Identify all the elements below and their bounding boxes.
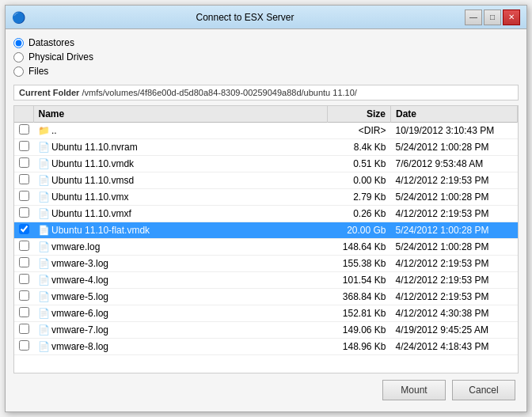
row-checkbox[interactable] (19, 241, 29, 251)
radio-files-input[interactable] (13, 66, 24, 77)
row-checkbox[interactable] (19, 174, 29, 184)
row-size: 8.4k Kb (328, 139, 391, 156)
row-checkbox[interactable] (19, 141, 29, 151)
row-name: vmware-4.log (33, 272, 328, 289)
row-checkbox[interactable] (19, 274, 29, 284)
table-row[interactable]: Ubuntu 11.10.vmsd0.00 Kb4/12/2012 2:19:5… (14, 172, 518, 189)
row-size: 0.51 Kb (328, 156, 391, 172)
minimize-button[interactable]: — (465, 9, 482, 25)
row-date: 4/12/2012 2:19:53 PM (391, 272, 518, 289)
file-icon (38, 208, 49, 219)
radio-physical-input[interactable] (13, 52, 24, 63)
cancel-button[interactable]: Cancel (452, 380, 515, 400)
row-date: 4/24/2012 4:18:43 PM (391, 339, 518, 355)
radio-files[interactable]: Files (13, 66, 519, 77)
table-row[interactable]: vmware-3.log155.38 Kb4/12/2012 2:19:53 P… (14, 256, 518, 272)
row-date: 5/24/2012 1:00:28 PM (391, 139, 518, 156)
row-checkbox[interactable] (19, 307, 29, 317)
table-row[interactable]: vmware-6.log152.81 Kb4/12/2012 4:30:38 P… (14, 305, 518, 322)
radio-datastores-input[interactable] (13, 38, 24, 48)
file-icon (38, 291, 49, 302)
file-icon (38, 241, 49, 252)
row-checkbox-cell (14, 256, 33, 272)
bottom-bar: Mount Cancel (13, 373, 519, 404)
row-checkbox-cell (14, 322, 33, 339)
row-size: 2.79 Kb (328, 189, 391, 206)
file-icon (38, 341, 49, 352)
row-name: Ubuntu 11.10.vmxf (33, 206, 328, 222)
col-header-checkbox (14, 106, 33, 123)
table-row[interactable]: Ubuntu 11.10.nvram8.4k Kb5/24/2012 1:00:… (14, 139, 518, 156)
row-date: 5/24/2012 1:00:28 PM (391, 189, 518, 206)
row-size: 155.38 Kb (328, 256, 391, 272)
file-icon (38, 275, 49, 286)
row-date: 10/19/2012 3:10:43 PM (391, 123, 518, 139)
table-row[interactable]: vmware-7.log149.06 Kb4/19/2012 9:45:25 A… (14, 322, 518, 339)
radio-datastores-label: Datastores (28, 37, 74, 48)
row-checkbox-cell (14, 272, 33, 289)
file-list-container[interactable]: Name Size Date ..<DIR>10/19/2012 3:10:43… (13, 105, 519, 373)
row-checkbox[interactable] (19, 157, 29, 168)
row-checkbox-cell (14, 339, 33, 355)
col-header-name[interactable]: Name (33, 106, 328, 123)
title-bar-controls: — □ ✕ (465, 9, 520, 25)
radio-physical-label: Physical Drives (28, 51, 93, 63)
row-name: Ubuntu 11.10.nvram (33, 139, 328, 156)
window-content: Datastores Physical Drives Files Current… (6, 29, 526, 411)
main-window: 🔵 Connect to ESX Server — □ ✕ Datastores… (5, 5, 527, 412)
table-row[interactable]: vmware-4.log101.54 Kb4/12/2012 2:19:53 P… (14, 272, 518, 289)
table-row[interactable]: Ubuntu 11.10.vmx2.79 Kb5/24/2012 1:00:28… (14, 189, 518, 206)
file-list-table: Name Size Date ..<DIR>10/19/2012 3:10:43… (14, 106, 518, 355)
row-size: 368.84 Kb (328, 289, 391, 305)
table-row[interactable]: vmware-5.log368.84 Kb4/12/2012 2:19:53 P… (14, 289, 518, 305)
window-title: Connect to ESX Server (25, 12, 465, 23)
mount-button[interactable]: Mount (382, 380, 446, 400)
row-checkbox[interactable] (19, 224, 29, 234)
col-header-date[interactable]: Date (391, 106, 518, 123)
row-name: .. (33, 123, 328, 139)
table-row[interactable]: Ubuntu 11.10.vmxf0.26 Kb4/12/2012 2:19:5… (14, 206, 518, 222)
row-checkbox-cell (14, 289, 33, 305)
file-icon (38, 158, 49, 169)
row-name: vmware-3.log (33, 256, 328, 272)
radio-physical[interactable]: Physical Drives (13, 51, 519, 63)
row-size: 101.54 Kb (328, 272, 391, 289)
row-checkbox[interactable] (19, 324, 29, 334)
row-size: 148.96 Kb (328, 339, 391, 355)
table-header-row: Name Size Date (14, 106, 518, 123)
row-checkbox[interactable] (19, 290, 29, 301)
row-date: 4/19/2012 9:45:25 AM (391, 322, 518, 339)
row-name: Ubuntu 11.10.vmx (33, 189, 328, 206)
close-button[interactable]: ✕ (503, 9, 520, 25)
table-row[interactable]: Ubuntu 11.10.vmdk0.51 Kb7/6/2012 9:53:48… (14, 156, 518, 172)
row-checkbox[interactable] (19, 207, 29, 218)
row-checkbox[interactable] (19, 257, 29, 267)
row-checkbox-cell (14, 305, 33, 322)
row-checkbox[interactable] (19, 124, 29, 135)
row-size: 148.64 Kb (328, 239, 391, 256)
row-size: <DIR> (328, 123, 391, 139)
row-date: 4/12/2012 2:19:53 PM (391, 289, 518, 305)
row-checkbox[interactable] (19, 340, 29, 351)
table-row[interactable]: vmware-8.log148.96 Kb4/24/2012 4:18:43 P… (14, 339, 518, 355)
table-row[interactable]: vmware.log148.64 Kb5/24/2012 1:00:28 PM (14, 239, 518, 256)
row-name: vmware-6.log (33, 305, 328, 322)
table-row[interactable]: Ubuntu 11.10-flat.vmdk20.00 Gb5/24/2012 … (14, 222, 518, 239)
folder-icon (38, 125, 49, 136)
source-radio-group: Datastores Physical Drives Files (13, 37, 519, 77)
row-size: 152.81 Kb (328, 305, 391, 322)
table-row[interactable]: ..<DIR>10/19/2012 3:10:43 PM (14, 123, 518, 139)
row-date: 7/6/2012 9:53:48 AM (391, 156, 518, 172)
row-checkbox[interactable] (19, 191, 29, 201)
current-folder-label: Current Folder (19, 88, 79, 97)
row-name: vmware.log (33, 239, 328, 256)
row-name: vmware-7.log (33, 322, 328, 339)
file-icon (38, 258, 49, 269)
row-checkbox-cell (14, 239, 33, 256)
row-date: 5/24/2012 1:00:28 PM (391, 222, 518, 239)
radio-datastores[interactable]: Datastores (13, 37, 519, 48)
col-header-size[interactable]: Size (328, 106, 391, 123)
row-date: 4/12/2012 4:30:38 PM (391, 305, 518, 322)
restore-button[interactable]: □ (484, 9, 501, 25)
file-list-body: ..<DIR>10/19/2012 3:10:43 PMUbuntu 11.10… (14, 123, 518, 355)
